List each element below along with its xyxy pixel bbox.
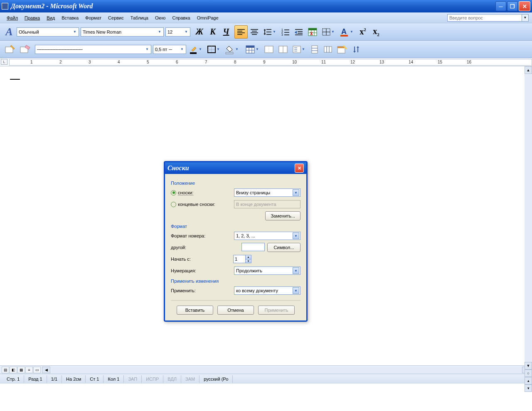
radio-footnotes-label[interactable]: сноски:: [178, 190, 193, 196]
styles-button[interactable]: A: [2, 25, 16, 39]
cancel-button[interactable]: Отмена: [217, 306, 254, 315]
prev-page-button[interactable]: ▴: [525, 377, 532, 384]
align-left-button[interactable]: [234, 25, 248, 39]
symbol-button[interactable]: Символ...: [267, 243, 300, 252]
normal-view-button[interactable]: ▤: [2, 367, 9, 373]
font-color-button[interactable]: A ▼: [337, 25, 356, 39]
numbered-list-button[interactable]: 123: [279, 25, 292, 39]
menu-window[interactable]: Окно: [152, 14, 169, 22]
document-area[interactable]: Сноски ✕ Положение сноски: Внизу страниц…: [0, 66, 532, 365]
close-button[interactable]: ✕: [519, 1, 530, 11]
menu-format[interactable]: Формат: [82, 14, 105, 22]
style-combo[interactable]: Обычный ▼: [17, 27, 79, 37]
maximize-button[interactable]: ❐: [507, 1, 518, 11]
svg-rect-35: [190, 52, 197, 54]
dialog-titlebar[interactable]: Сноски ✕: [165, 162, 306, 174]
outline-view-button[interactable]: ≡: [25, 367, 33, 373]
radio-endnotes-label[interactable]: концевые сноски:: [178, 202, 215, 207]
radio-endnotes[interactable]: [171, 202, 176, 207]
help-search-input[interactable]: [447, 14, 522, 22]
web-view-button[interactable]: ◧: [10, 367, 17, 373]
border-color-button[interactable]: ▼: [187, 43, 205, 56]
status-at: На 2см: [62, 375, 86, 383]
status-trackchanges[interactable]: ИСПР: [142, 375, 163, 383]
menu-table[interactable]: Таблица: [127, 14, 152, 22]
fontsize-combo[interactable]: 12 ▼: [165, 27, 190, 37]
menu-insert[interactable]: Вставка: [58, 14, 82, 22]
ruler-strip[interactable]: 1 2 3 4 5 6 7 8 9 10 11 12 13 14 15 16: [9, 59, 532, 66]
sort-button[interactable]: [350, 43, 363, 56]
start-at-spinner[interactable]: ▲ ▼: [233, 255, 251, 263]
status-ovr[interactable]: ЗАМ: [181, 375, 200, 383]
radio-footnotes[interactable]: [171, 190, 176, 196]
eraser-button[interactable]: [17, 43, 32, 56]
footnotes-position-select[interactable]: Внизу страницы ▼: [234, 188, 300, 197]
split-cells-button[interactable]: [276, 43, 290, 56]
ruler-corner-icon[interactable]: L: [1, 59, 7, 65]
number-format-select[interactable]: 1, 2, 3, ... ▼: [234, 232, 300, 240]
outside-border-button[interactable]: ▼: [205, 43, 223, 56]
insert-table-button[interactable]: ▼: [243, 43, 262, 56]
underline-button[interactable]: Ч: [219, 25, 233, 39]
scroll-up-button[interactable]: ▲: [525, 66, 532, 74]
print-view-button[interactable]: ▦: [17, 367, 25, 373]
merge-cells-button[interactable]: [262, 43, 276, 56]
browse-object-button[interactable]: ○: [525, 369, 532, 377]
status-rec[interactable]: ЗАП: [124, 375, 142, 383]
dropdown-icon[interactable]: ▼: [144, 47, 150, 51]
replace-button[interactable]: Заменить...: [265, 211, 300, 220]
dialog-close-button[interactable]: ✕: [295, 164, 304, 173]
vertical-scrollbar[interactable]: ▲ ▼ ○ ▴ ▾: [525, 66, 532, 392]
menu-omnipage[interactable]: OmniPage: [194, 14, 222, 22]
help-dropdown[interactable]: ▼: [522, 14, 529, 22]
reading-view-button[interactable]: ▭: [33, 367, 41, 373]
subscript-button[interactable]: x2: [369, 25, 383, 39]
dropdown-icon[interactable]: ▼: [293, 287, 299, 294]
dropdown-icon[interactable]: ▼: [293, 189, 299, 196]
shading-color-button[interactable]: ▼: [223, 43, 241, 56]
italic-button[interactable]: К: [206, 25, 219, 39]
line-style-combo[interactable]: ──────────────── ▼: [35, 45, 151, 54]
menu-service[interactable]: Сервис: [105, 14, 127, 22]
dropdown-icon[interactable]: ▼: [179, 47, 185, 51]
next-page-button[interactable]: ▾: [525, 384, 532, 392]
dropdown-icon[interactable]: ▼: [72, 30, 78, 34]
bold-button[interactable]: Ж: [193, 25, 206, 39]
hscroll-left-button[interactable]: ◀: [42, 367, 50, 373]
align-center-button[interactable]: [248, 25, 261, 39]
numbering-select[interactable]: Продолжить ▼: [234, 267, 300, 275]
horizontal-ruler[interactable]: L 1 2 3 4 5 6 7 8 9 10 11 12 13 14 15 16: [0, 58, 532, 66]
spinner-down-icon[interactable]: ▼: [245, 259, 251, 263]
borders-button[interactable]: ▼: [320, 25, 337, 39]
menu-edit[interactable]: Правка: [21, 14, 43, 22]
status-ext[interactable]: ВДЛ: [163, 375, 181, 383]
menu-help[interactable]: Справка: [169, 14, 193, 22]
insert-button[interactable]: Вставить: [177, 306, 213, 315]
dropdown-icon[interactable]: ▼: [157, 30, 163, 34]
draw-table-button[interactable]: [2, 43, 17, 56]
dropdown-icon[interactable]: ▼: [293, 267, 299, 274]
other-symbol-input[interactable]: [241, 243, 265, 251]
start-at-value[interactable]: [234, 255, 245, 263]
font-combo[interactable]: Times New Roman ▼: [81, 27, 164, 37]
dropdown-icon[interactable]: ▼: [293, 232, 299, 239]
insert-spreadsheet-button[interactable]: X: [305, 25, 320, 39]
minimize-button[interactable]: ─: [495, 1, 506, 11]
hscroll-track[interactable]: [51, 367, 522, 373]
menu-view[interactable]: Вид: [43, 14, 58, 22]
line-spacing-button[interactable]: ▼: [261, 25, 279, 39]
distribute-rows-button[interactable]: [308, 43, 321, 56]
menu-file[interactable]: Файл: [3, 14, 21, 22]
spinner-up-icon[interactable]: ▲: [245, 255, 251, 259]
line-weight-combo[interactable]: 0,5 пт ─ ▼: [153, 45, 186, 54]
superscript-button[interactable]: x2: [356, 25, 369, 39]
autoformat-button[interactable]: [335, 43, 350, 56]
scroll-down-button[interactable]: ▼: [525, 362, 532, 369]
distribute-cols-button[interactable]: [321, 43, 335, 56]
status-language[interactable]: русский (Ро: [200, 375, 233, 383]
apply-to-select[interactable]: ко всему документу ▼: [234, 286, 300, 295]
cell-alignment-button[interactable]: ▼: [290, 43, 308, 56]
dropdown-icon[interactable]: ▼: [183, 30, 189, 34]
scroll-track[interactable]: [525, 74, 532, 362]
decrease-indent-button[interactable]: [292, 25, 305, 39]
